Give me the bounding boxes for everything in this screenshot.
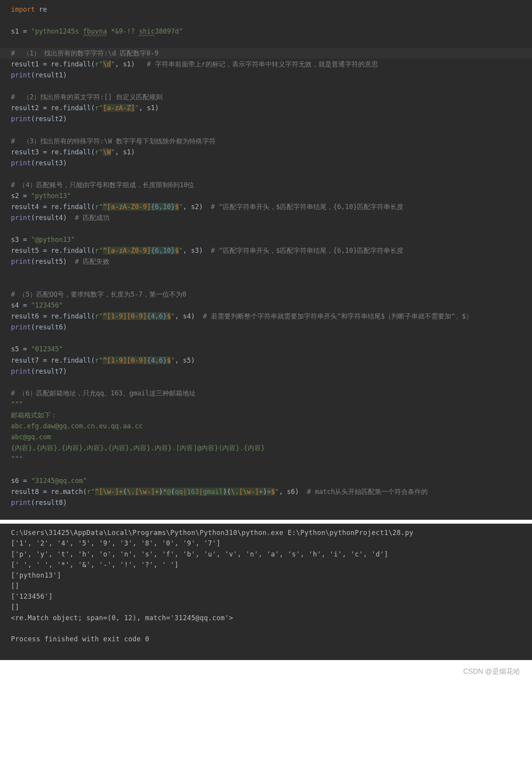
code-line[interactable]: [0, 278, 532, 289]
code-token: \W: [103, 148, 111, 156]
code-line[interactable]: print(result4) # 匹配成功: [0, 212, 532, 223]
code-line[interactable]: print(result6): [0, 322, 532, 333]
code-token: fbuvna: [83, 27, 107, 35]
code-line[interactable]: result1 = re.findall(r"\d", s1) # 字符串前面带…: [0, 59, 532, 70]
code-token: , s4): [175, 312, 203, 320]
code-line[interactable]: [0, 168, 532, 179]
code-line[interactable]: # （2）找出所有的英文字符:[] 自定义匹配规则: [0, 91, 532, 102]
console-output-panel[interactable]: C:\Users\31425\AppData\Local\Programs\Py…: [0, 524, 532, 660]
code-line[interactable]: # （6）匹配邮箱地址，只允qq、163、gmail这三种邮箱地址: [0, 388, 532, 399]
code-line[interactable]: [0, 125, 532, 136]
code-line[interactable]: [0, 15, 532, 26]
code-token: abc@gq.com: [11, 433, 51, 441]
code-line[interactable]: [0, 464, 532, 475]
code-line[interactable]: # （3）找出所有的特殊字符:\W 数字字母下划线除外都为特殊字符: [0, 136, 532, 147]
code-token: result2 = re.findall(: [11, 104, 95, 112]
code-line[interactable]: s1 = "python1245s fbuvna *&9-!? shic3809…: [0, 26, 532, 37]
code-token: result4 = re.findall(: [11, 203, 95, 211]
code-line[interactable]: # （4）匹配账号，只能由字母和数字组成，长度限制6到10位: [0, 179, 532, 190]
code-token: "python1245s: [31, 27, 83, 35]
code-line[interactable]: result8 = re.match(r"^[\w-]+(\.[\w-]+)*@…: [0, 486, 532, 497]
code-line[interactable]: print(result3): [0, 157, 532, 168]
code-token: , s2): [183, 203, 211, 211]
code-token: 163: [187, 488, 199, 496]
code-token: print: [11, 258, 31, 265]
code-line[interactable]: [0, 37, 532, 48]
code-line[interactable]: print(result5) # 匹配失败: [0, 256, 532, 267]
code-token: s2 =: [11, 192, 31, 200]
console-line: []: [11, 602, 521, 612]
code-token: s3 =: [11, 236, 31, 243]
code-token: ": [135, 104, 139, 112]
code-token: # 若需要判断整个字符串就需要加字符串开头^和字符串结尾$（判断子串就不需要加^…: [203, 312, 472, 320]
code-token: # ^匹配字符串开头，$匹配字符串结尾，{6,10}匹配字符串长度: [211, 203, 403, 211]
code-line[interactable]: [0, 81, 532, 91]
code-line[interactable]: """: [0, 453, 532, 464]
code-line[interactable]: print(result1): [0, 70, 532, 81]
code-line[interactable]: # （5）匹配QQ号，要求纯数字，长度为5-7，第一位不为0: [0, 289, 532, 300]
code-line[interactable]: result6 = re.findall(r"^[1-9][0-9]{4,6}$…: [0, 311, 532, 322]
code-token: $: [271, 488, 275, 496]
code-line[interactable]: s3 = "@python13": [0, 234, 532, 245]
code-token: [1-9][0-9]: [107, 356, 147, 364]
code-line[interactable]: [0, 223, 532, 234]
code-token: abc.efg.daw@gq.com.cn.eu.qq.aa.cc: [11, 422, 143, 430]
code-token: # 字符串前面带上r的标记，表示字符串中转义字符无效，就是普通字符的意思: [147, 60, 378, 68]
code-token: ^: [103, 203, 107, 211]
code-token: ^: [103, 247, 107, 254]
code-line[interactable]: """: [0, 399, 532, 410]
code-token: result5 = re.findall(: [11, 247, 95, 254]
code-token: (result3): [31, 159, 67, 167]
code-line[interactable]: s5 = "012345": [0, 344, 532, 354]
code-token: , s3): [183, 247, 211, 254]
code-line[interactable]: [0, 333, 532, 344]
code-token: # （4）匹配账号，只能由字母和数字组成，长度限制6到10位: [11, 181, 194, 189]
code-token: [\w-]: [99, 488, 119, 496]
console-line: ['p', 'y', 't', 'h', 'o', 'n', 's', 'f',…: [11, 549, 521, 560]
code-token: (: [227, 488, 231, 496]
code-line[interactable]: abc@gq.com: [0, 431, 532, 442]
code-token: , s1): [115, 60, 147, 68]
code-token: (result5): [31, 258, 75, 265]
code-token: +: [119, 488, 123, 496]
code-line[interactable]: 邮箱格式如下：: [0, 410, 532, 420]
code-token: \d: [103, 60, 111, 68]
code-line[interactable]: result4 = re.findall(r"^[a-zA-Z0-9]{6,10…: [0, 201, 532, 212]
code-token: print: [11, 214, 31, 222]
code-token: (: [171, 488, 175, 496]
console-line: Process finished with exit code 0: [11, 634, 521, 644]
code-token: ): [223, 488, 227, 496]
code-line[interactable]: s2 = "python13": [0, 190, 532, 201]
code-token: 38097d": [155, 27, 183, 35]
code-token: r": [95, 247, 103, 254]
code-token: +: [259, 488, 263, 496]
code-line[interactable]: # （1） 找出所有的数字字符:\d 匹配数字0-9: [0, 48, 532, 59]
code-line[interactable]: result7 = re.findall(r"^[1-9][0-9]{4,6}$…: [0, 355, 532, 366]
code-line[interactable]: import re: [0, 4, 532, 15]
code-token: """: [11, 455, 23, 463]
code-token: ^: [103, 312, 107, 320]
code-line[interactable]: {内容},{内容}.{内容},内容},{内容},内容}.内容}.[内容]@内容}…: [0, 442, 532, 453]
code-editor-panel[interactable]: import re s1 = "python1245s fbuvna *&9-!…: [0, 0, 532, 520]
code-line[interactable]: print(result7): [0, 366, 532, 377]
code-token: s5 =: [11, 345, 31, 353]
code-token: # （1） 找出所有的数字字符:\d 匹配数字0-9: [11, 49, 159, 57]
code-token: ): [63, 499, 67, 507]
code-token: r": [95, 356, 103, 364]
code-line[interactable]: result3 = re.findall(r"\W", s1): [0, 147, 532, 157]
code-line[interactable]: abc.efg.daw@gq.com.cn.eu.qq.aa.cc: [0, 420, 532, 431]
code-line[interactable]: result5 = re.findall(r"^[a-zA-Z0-9]{6,10…: [0, 245, 532, 256]
code-token: s4 =: [11, 301, 31, 309]
code-token: "012345": [31, 345, 63, 353]
code-line[interactable]: s6 = "31245@qq.com": [0, 475, 532, 486]
code-token: |: [199, 488, 203, 496]
code-token: # （3）找出所有的特殊字符:\W 数字字母下划线除外都为特殊字符: [11, 137, 216, 145]
code-line[interactable]: [0, 377, 532, 388]
code-line[interactable]: result2 = re.findall(r"[a-zA-Z]", s1): [0, 102, 532, 113]
code-line[interactable]: print(result8): [0, 497, 532, 508]
code-line[interactable]: [0, 267, 532, 278]
code-token: 邮箱格式如下：: [11, 411, 57, 419]
code-line[interactable]: s4 = "123456": [0, 300, 532, 311]
console-line: []: [11, 581, 521, 591]
code-line[interactable]: print(result2): [0, 113, 532, 124]
